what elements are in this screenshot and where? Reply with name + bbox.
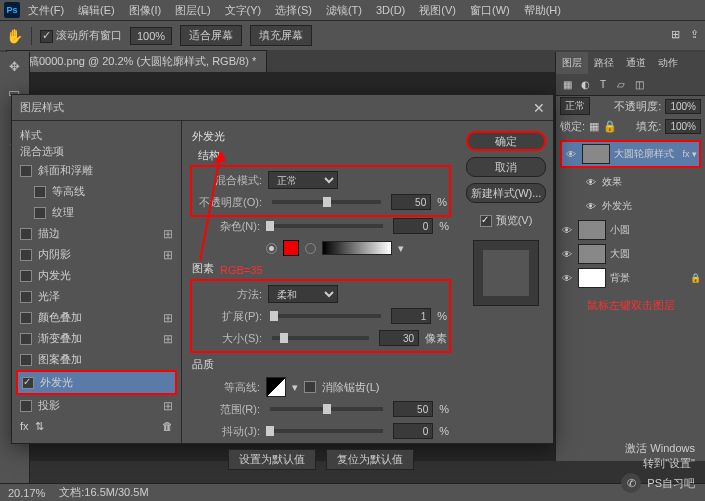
fill-screen-button[interactable]: 填充屏幕 — [250, 25, 312, 46]
doc-size-status[interactable]: 文档:16.5M/30.5M — [59, 485, 148, 500]
style-item-7[interactable]: 颜色叠加⊞ — [16, 307, 177, 328]
color-radio[interactable] — [266, 243, 277, 254]
menu-3d[interactable]: 3D(D) — [370, 2, 411, 18]
layer-row[interactable]: 👁 小圆 — [558, 218, 703, 242]
layer-name[interactable]: 小圆 — [610, 223, 701, 237]
menu-image[interactable]: 图像(I) — [123, 1, 167, 20]
visibility-icon[interactable]: 👁 — [564, 149, 578, 160]
tab-paths[interactable]: 路径 — [588, 52, 620, 74]
make-default-button[interactable]: 设置为默认值 — [228, 449, 316, 470]
search-icon[interactable]: ⊞ — [671, 28, 680, 41]
filter-pixel-icon[interactable]: ▦ — [560, 78, 574, 92]
style-checkbox[interactable] — [20, 165, 32, 177]
jitter-slider[interactable] — [270, 429, 383, 433]
add-icon[interactable]: ⊞ — [163, 227, 173, 241]
color-swatch[interactable] — [283, 240, 299, 256]
dropdown-icon[interactable]: ▾ — [398, 242, 404, 255]
layer-row[interactable]: 👁 背景 🔒 — [558, 266, 703, 290]
up-down-icon[interactable]: ⇅ — [35, 420, 44, 433]
size-input[interactable] — [379, 330, 419, 346]
zoom-field[interactable]: 100% — [130, 27, 172, 45]
style-item-6[interactable]: 光泽 — [16, 286, 177, 307]
filter-type-icon[interactable]: T — [596, 78, 610, 92]
reset-default-button[interactable]: 复位为默认值 — [326, 449, 414, 470]
style-checkbox[interactable] — [20, 333, 32, 345]
menu-view[interactable]: 视图(V) — [413, 1, 462, 20]
style-item-10[interactable]: 外发光 — [18, 372, 175, 393]
style-item-0[interactable]: 斜面和浮雕 — [16, 160, 177, 181]
visibility-icon[interactable]: 👁 — [560, 273, 574, 284]
size-slider[interactable] — [272, 336, 369, 340]
style-checkbox[interactable] — [20, 312, 32, 324]
layer-name[interactable]: 背景 — [610, 271, 686, 285]
visibility-icon[interactable]: 👁 — [584, 177, 598, 188]
style-item-4[interactable]: 内阴影⊞ — [16, 244, 177, 265]
visibility-icon[interactable]: 👁 — [560, 225, 574, 236]
visibility-icon[interactable]: 👁 — [560, 249, 574, 260]
style-item-9[interactable]: 图案叠加 — [16, 349, 177, 370]
close-icon[interactable]: ✕ — [533, 100, 545, 116]
layer-name[interactable]: 大圆 — [610, 247, 701, 261]
move-tool[interactable]: ✥ — [2, 54, 26, 78]
style-checkbox[interactable] — [20, 249, 32, 261]
add-icon[interactable]: ⊞ — [163, 248, 173, 262]
range-slider[interactable] — [270, 407, 383, 411]
technique-select[interactable]: 柔和 — [268, 285, 338, 303]
filter-shape-icon[interactable]: ▱ — [614, 78, 628, 92]
scroll-all-checkbox[interactable]: 滚动所有窗口 — [40, 28, 122, 43]
blend-mode-select[interactable]: 正常 — [268, 171, 338, 189]
tab-layers[interactable]: 图层 — [556, 52, 588, 74]
blend-mode-select[interactable]: 正常 — [560, 97, 590, 115]
gradient-radio[interactable] — [305, 243, 316, 254]
style-item-2[interactable]: 纹理 — [16, 202, 177, 223]
gradient-picker[interactable] — [322, 241, 392, 255]
range-input[interactable] — [393, 401, 433, 417]
fx-icon[interactable]: fx — [20, 420, 29, 433]
lock-icon[interactable]: 🔒 — [603, 120, 617, 133]
style-item-8[interactable]: 渐变叠加⊞ — [16, 328, 177, 349]
styles-header[interactable]: 样式 — [16, 127, 177, 144]
style-checkbox[interactable] — [20, 400, 32, 412]
style-item-5[interactable]: 内发光 — [16, 265, 177, 286]
zoom-status[interactable]: 20.17% — [8, 487, 45, 499]
cancel-button[interactable]: 取消 — [466, 157, 546, 177]
menu-help[interactable]: 帮助(H) — [518, 1, 567, 20]
layer-row[interactable]: 👁 大圆 — [558, 242, 703, 266]
layer-name[interactable]: 大圆轮廓样式 — [614, 147, 678, 161]
add-icon[interactable]: ⊞ — [163, 332, 173, 346]
preview-checkbox[interactable]: 预览(V) — [480, 213, 533, 228]
layer-row[interactable]: 👁 大圆轮廓样式 fx ▾ — [562, 142, 699, 166]
menu-layer[interactable]: 图层(L) — [169, 1, 216, 20]
dropdown-icon[interactable]: ▾ — [292, 381, 298, 394]
noise-input[interactable] — [393, 218, 433, 234]
style-item-3[interactable]: 描边⊞ — [16, 223, 177, 244]
blending-options[interactable]: 混合选项 — [16, 144, 177, 161]
menu-edit[interactable]: 编辑(E) — [72, 1, 121, 20]
style-checkbox[interactable] — [20, 354, 32, 366]
trash-icon[interactable]: 🗑 — [162, 420, 173, 433]
menu-file[interactable]: 文件(F) — [22, 1, 70, 20]
ok-button[interactable]: 确定 — [466, 131, 546, 151]
opacity-field[interactable]: 100% — [665, 99, 701, 114]
menu-filter[interactable]: 滤镜(T) — [320, 1, 368, 20]
opacity-slider[interactable] — [272, 200, 381, 204]
style-checkbox[interactable] — [22, 377, 34, 389]
jitter-input[interactable] — [393, 423, 433, 439]
share-icon[interactable]: ⇪ — [690, 28, 699, 41]
spread-input[interactable] — [391, 308, 431, 324]
layer-effect-row[interactable]: 👁 外发光 — [558, 194, 703, 218]
spread-slider[interactable] — [272, 314, 381, 318]
add-icon[interactable]: ⊞ — [163, 311, 173, 325]
layer-effect-row[interactable]: 👁 效果 — [558, 170, 703, 194]
lock-pixels-icon[interactable]: ▦ — [589, 120, 599, 133]
filter-smart-icon[interactable]: ◫ — [632, 78, 646, 92]
new-style-button[interactable]: 新建样式(W)... — [466, 183, 546, 203]
antialias-checkbox[interactable] — [304, 381, 316, 393]
style-item-1[interactable]: 等高线 — [16, 181, 177, 202]
style-checkbox[interactable] — [34, 186, 46, 198]
style-item-11[interactable]: 投影⊞ — [16, 395, 177, 416]
tab-actions[interactable]: 动作 — [652, 52, 684, 74]
style-checkbox[interactable] — [20, 291, 32, 303]
noise-slider[interactable] — [270, 224, 383, 228]
tab-channels[interactable]: 通道 — [620, 52, 652, 74]
